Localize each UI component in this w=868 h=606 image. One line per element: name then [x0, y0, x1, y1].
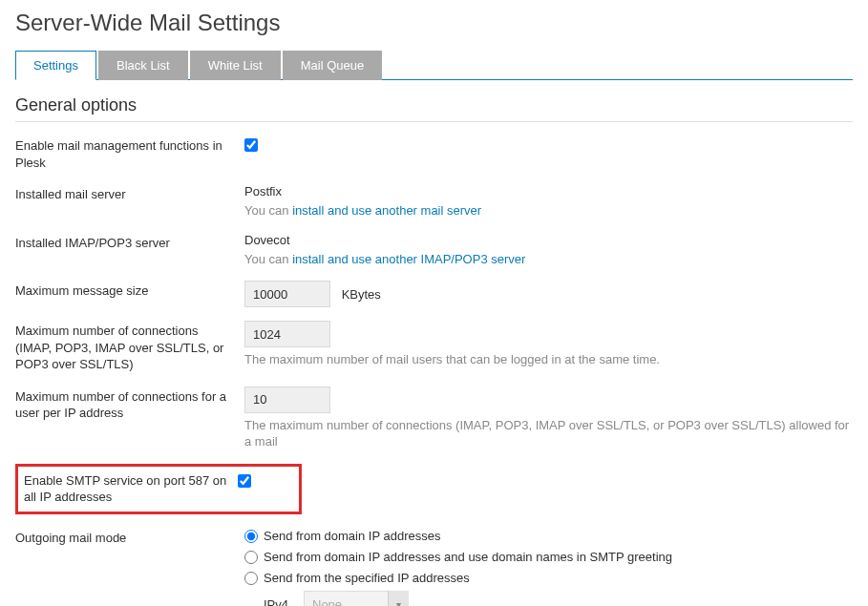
radio-row-specified-ip[interactable]: Send from the specified IP addresses — [244, 570, 853, 585]
label-max-connections-per-ip: Maximum number of connections for a user… — [15, 387, 244, 422]
tab-whitelist[interactable]: White List — [190, 51, 281, 80]
radio-domain-ip-names[interactable] — [244, 551, 258, 564]
label-outgoing-mail-mode: Outgoing mail mode — [15, 528, 244, 547]
unit-kbytes: KBytes — [342, 287, 381, 302]
label-enable-mail-mgmt: Enable mail management functions in Ples… — [15, 136, 244, 171]
label-installed-mail-server: Installed mail server — [15, 184, 244, 203]
label-installed-imap-pop3: Installed IMAP/POP3 server — [15, 233, 244, 252]
label-ipv4: IPv4 — [264, 597, 294, 606]
radio-label-specified-ip: Send from the specified IP addresses — [264, 571, 470, 585]
radio-row-domain-ip-names[interactable]: Send from domain IP addresses and use do… — [244, 549, 853, 564]
input-max-msg-size[interactable] — [244, 281, 330, 307]
hint-mail-server: You can install and use another mail ser… — [244, 202, 853, 219]
link-install-mail-server[interactable]: install and use another mail server — [292, 203, 481, 218]
radio-specified-ip[interactable] — [244, 572, 258, 585]
hint-imap-pop3-prefix: You can — [244, 252, 292, 266]
tabs: Settings Black List White List Mail Queu… — [15, 50, 853, 80]
input-max-connections-per-ip[interactable] — [244, 387, 330, 413]
select-ipv4[interactable]: None — [304, 591, 409, 606]
checkbox-enable-mail-mgmt[interactable] — [244, 138, 258, 152]
radio-label-domain-ip: Send from domain IP addresses — [264, 529, 440, 543]
input-max-connections[interactable] — [244, 321, 330, 347]
page-title: Server-Wide Mail Settings — [15, 10, 853, 36]
hint-imap-pop3: You can install and use another IMAP/POP… — [244, 251, 853, 268]
radio-domain-ip[interactable] — [244, 530, 258, 543]
label-max-msg-size: Maximum message size — [15, 281, 244, 300]
highlight-smtp-587: Enable SMTP service on port 587 on all I… — [15, 464, 302, 514]
tab-blacklist[interactable]: Black List — [98, 51, 188, 80]
value-imap-pop3: Dovecot — [244, 233, 853, 247]
value-mail-server: Postfix — [244, 184, 853, 199]
checkbox-enable-smtp-587[interactable] — [238, 474, 251, 488]
hint-max-connections: The maximum number of mail users that ca… — [244, 351, 853, 368]
radio-label-domain-ip-names: Send from domain IP addresses and use do… — [264, 550, 672, 564]
radio-row-domain-ip[interactable]: Send from domain IP addresses — [244, 528, 853, 543]
label-enable-smtp-587: Enable SMTP service on port 587 on all I… — [24, 472, 238, 506]
tab-settings[interactable]: Settings — [15, 51, 96, 80]
link-install-imap-pop3[interactable]: install and use another IMAP/POP3 server — [292, 252, 525, 266]
section-title: General options — [15, 95, 853, 115]
hint-mail-server-prefix: You can — [244, 203, 292, 218]
divider — [15, 121, 853, 122]
hint-max-connections-per-ip: The maximum number of connections (IMAP,… — [244, 417, 853, 450]
tab-mailqueue[interactable]: Mail Queue — [283, 51, 382, 80]
label-max-connections: Maximum number of connections (IMAP, POP… — [15, 321, 244, 373]
